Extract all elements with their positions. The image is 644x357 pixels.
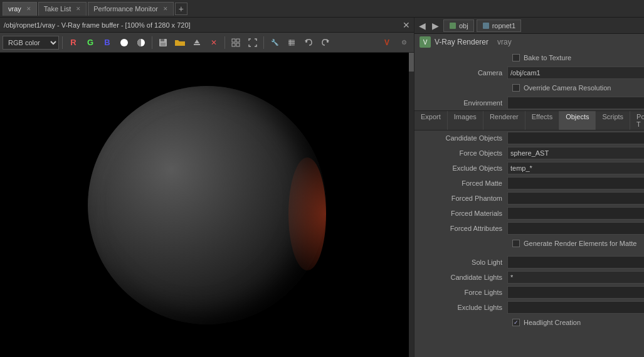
force-objects-value[interactable]: sphere_AST bbox=[507, 147, 644, 159]
viewport-scrollbar-thumb[interactable] bbox=[409, 53, 414, 72]
clear-button[interactable]: ✕ bbox=[206, 35, 221, 50]
sphere-render bbox=[88, 86, 326, 324]
undo-button[interactable] bbox=[301, 35, 316, 50]
right-nav: ◀ ▶ obj ropnet1 bbox=[414, 18, 644, 34]
forced-matte-label: Forced Matte bbox=[420, 179, 507, 187]
prop-header: V V-Ray Renderer vray bbox=[414, 34, 644, 50]
toolbar-circle[interactable] bbox=[117, 35, 132, 50]
tab-performance-monitor-close[interactable]: ✕ bbox=[163, 6, 168, 12]
tab-performance-monitor-label: Performance Monitor bbox=[93, 5, 158, 13]
bake-to-texture-row: Bake to Texture bbox=[414, 50, 644, 65]
forced-materials-value[interactable] bbox=[507, 207, 644, 220]
save-button[interactable] bbox=[156, 35, 171, 50]
tab-vray-label: vray bbox=[8, 5, 21, 13]
tab-take-list-close[interactable]: ✕ bbox=[76, 6, 81, 12]
vray-logo: V bbox=[379, 35, 394, 50]
property-panel: V V-Ray Renderer vray Bake to Texture Ca… bbox=[414, 34, 644, 357]
camera-value[interactable]: /obj/cam1 bbox=[507, 67, 644, 79]
frame-buffer-title-bar: /obj/ropnet1/vray - V-Ray frame buffer -… bbox=[0, 18, 414, 33]
nav-obj-button[interactable]: obj bbox=[443, 19, 474, 32]
redo-button[interactable] bbox=[318, 35, 333, 50]
regions-button[interactable] bbox=[228, 35, 243, 50]
open-folder-button[interactable] bbox=[172, 35, 187, 50]
headlight-creation-checkbox[interactable]: ✓ bbox=[512, 319, 520, 326]
objects-props-scroll[interactable]: Candidate Objects Force Objects sphere_A… bbox=[414, 131, 644, 357]
tab-scripts[interactable]: Scripts bbox=[596, 111, 630, 130]
candidate-lights-value[interactable]: * bbox=[507, 271, 644, 284]
generate-render-elements-checkbox[interactable] bbox=[512, 240, 520, 247]
tab-bar: vray ✕ Take List ✕ Performance Monitor ✕… bbox=[0, 0, 644, 18]
force-objects-label: Force Objects bbox=[420, 149, 507, 157]
render-region-button[interactable]: 🔧 bbox=[267, 35, 282, 50]
candidate-objects-value[interactable] bbox=[507, 132, 644, 144]
toolbar-channel-b[interactable]: B bbox=[100, 35, 115, 50]
tab-effects[interactable]: Effects bbox=[525, 111, 559, 130]
tab-performance-monitor[interactable]: Performance Monitor ✕ bbox=[88, 2, 174, 16]
override-camera-resolution-checkbox[interactable] bbox=[512, 84, 520, 92]
vray-icon-2[interactable]: ⚙ bbox=[396, 35, 411, 50]
add-tab-button[interactable]: + bbox=[175, 3, 187, 15]
viewport bbox=[0, 53, 414, 357]
exclude-objects-label: Exclude Objects bbox=[420, 164, 507, 172]
tab-images[interactable]: Images bbox=[448, 111, 483, 130]
main-layout: /obj/ropnet1/vray - V-Ray frame buffer -… bbox=[0, 18, 644, 357]
tab-vray-close[interactable]: ✕ bbox=[26, 6, 31, 12]
forced-matte-value[interactable] bbox=[507, 177, 644, 189]
toolbar-half-circle[interactable] bbox=[134, 35, 149, 50]
headlight-creation-row: ✓ Headlight Creation bbox=[414, 315, 644, 330]
candidate-objects-label: Candidate Objects bbox=[420, 134, 507, 142]
forced-attributes-row: Forced Attributes bbox=[414, 221, 644, 236]
fit-button[interactable] bbox=[245, 35, 260, 50]
headlight-creation-label: Headlight Creation bbox=[524, 319, 581, 326]
toolbar-channel-r[interactable]: R bbox=[66, 35, 81, 50]
nav-forward-button[interactable]: ▶ bbox=[430, 21, 441, 31]
forced-attributes-value[interactable] bbox=[507, 222, 644, 235]
exclude-objects-value[interactable]: temp_* bbox=[507, 162, 644, 174]
color-mode-select[interactable]: RGB color bbox=[3, 36, 59, 50]
forced-attributes-label: Forced Attributes bbox=[420, 225, 507, 232]
prop-title: V-Ray Renderer bbox=[435, 38, 488, 46]
svg-rect-9 bbox=[232, 43, 235, 46]
tab-post-t[interactable]: Post T bbox=[630, 111, 644, 130]
toolbar-separator-1 bbox=[62, 36, 63, 49]
force-lights-label: Force Lights bbox=[420, 289, 507, 296]
svg-rect-17 bbox=[450, 23, 456, 29]
tab-take-list-label: Take List bbox=[44, 5, 71, 13]
panel-tabs-row: Export Images Renderer Effects Objects S… bbox=[414, 110, 644, 131]
viewport-scrollbar[interactable] bbox=[409, 53, 414, 357]
exclude-lights-row: Exclude Lights bbox=[414, 300, 644, 315]
forced-materials-label: Forced Materials bbox=[420, 210, 507, 217]
exclude-objects-row: Exclude Objects temp_* bbox=[414, 161, 644, 176]
svg-rect-8 bbox=[236, 39, 240, 42]
exclude-lights-value[interactable] bbox=[507, 301, 644, 314]
tab-renderer[interactable]: Renderer bbox=[483, 111, 525, 130]
toolbar-channel-g[interactable]: G bbox=[83, 35, 98, 50]
bake-to-texture-checkbox[interactable] bbox=[512, 54, 520, 61]
toolbar-separator-2 bbox=[152, 36, 152, 49]
right-panel: ◀ ▶ obj ropnet1 V V-Ray Renderer vray Ba… bbox=[414, 18, 644, 357]
tab-export[interactable]: Export bbox=[414, 111, 448, 130]
environment-label: Environment bbox=[420, 99, 507, 107]
toolbar-separator-4 bbox=[263, 36, 264, 49]
tab-take-list[interactable]: Take List ✕ bbox=[38, 2, 87, 16]
svg-rect-11 bbox=[288, 40, 295, 46]
tab-objects[interactable]: Objects bbox=[559, 111, 596, 130]
vfb-settings-button[interactable] bbox=[284, 35, 299, 50]
forced-phantom-label: Forced Phantom bbox=[420, 194, 507, 202]
environment-value[interactable] bbox=[507, 97, 644, 109]
frame-buffer-close-button[interactable]: ✕ bbox=[403, 20, 410, 30]
svg-rect-5 bbox=[194, 44, 200, 45]
solo-light-row: Solo Light bbox=[414, 255, 644, 270]
nav-ropnet1-button[interactable]: ropnet1 bbox=[477, 19, 521, 32]
tab-vray[interactable]: vray ✕ bbox=[3, 2, 37, 16]
solo-light-label: Solo Light bbox=[420, 258, 507, 266]
generate-render-elements-row: Generate Render Elements for Matte bbox=[414, 236, 644, 251]
svg-rect-4 bbox=[161, 43, 166, 46]
solo-light-value[interactable] bbox=[507, 256, 644, 269]
forced-phantom-value[interactable] bbox=[507, 192, 644, 205]
force-lights-value[interactable] bbox=[507, 286, 644, 299]
nav-back-button[interactable]: ◀ bbox=[417, 21, 428, 31]
generate-render-elements-label: Generate Render Elements for Matte bbox=[524, 240, 636, 247]
download-button[interactable] bbox=[189, 35, 204, 50]
candidate-objects-row: Candidate Objects bbox=[414, 131, 644, 146]
